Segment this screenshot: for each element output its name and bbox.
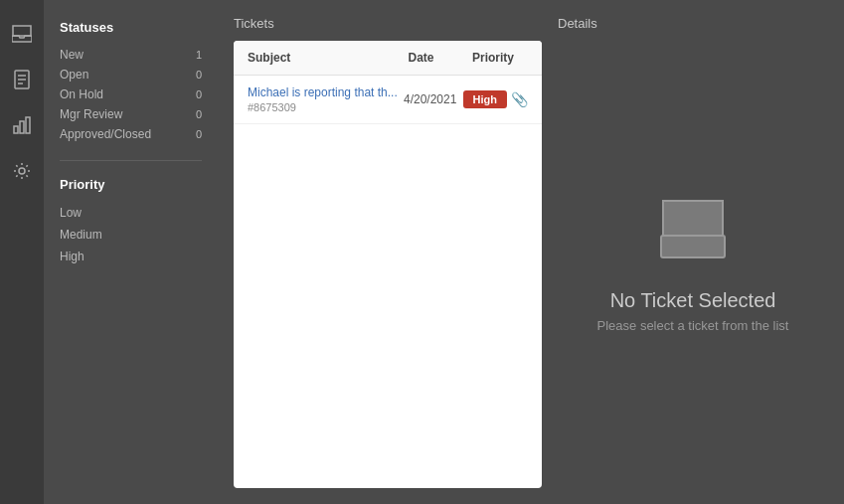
- sidebar-item-on-hold[interactable]: On Hold 0: [60, 84, 202, 104]
- sidebar-item-count: 0: [196, 108, 202, 120]
- attachment-icon: 📎: [511, 91, 528, 107]
- inbox-icon[interactable]: [8, 20, 36, 48]
- sidebar-item-count: 1: [196, 49, 202, 61]
- sidebar-item-label: On Hold: [60, 87, 103, 101]
- sidebar-priority-low[interactable]: Low: [60, 202, 202, 224]
- sidebar: Statuses New 1 Open 0 On Hold 0 Mgr Revi…: [44, 0, 218, 504]
- tickets-panel: Tickets Subject Date Priority Michael is…: [234, 16, 542, 488]
- sidebar-item-count: 0: [196, 88, 202, 100]
- statuses-section-title: Statuses: [60, 20, 202, 35]
- details-panel: Details No Ticket Selected Please select…: [558, 16, 828, 488]
- ticket-subject-text: Michael is reporting that th...: [248, 85, 398, 99]
- ticket-priority-wrap: High 📎: [463, 90, 528, 108]
- sidebar-item-label: Approved/Closed: [60, 127, 151, 141]
- svg-rect-5: [14, 126, 18, 133]
- col-subject-header: Subject: [248, 51, 384, 65]
- sidebar-item-label: Open: [60, 68, 88, 82]
- ticket-id: #8675309: [248, 101, 398, 113]
- details-panel-title: Details: [558, 16, 828, 31]
- svg-rect-7: [26, 117, 30, 133]
- col-date-header: Date: [384, 51, 458, 65]
- sidebar-priority-high[interactable]: High: [60, 246, 202, 267]
- sidebar-item-label: Mgr Review: [60, 107, 122, 121]
- priority-badge: High: [463, 90, 507, 108]
- no-ticket-subtitle: Please select a ticket from the list: [597, 318, 789, 333]
- svg-rect-9: [661, 236, 725, 257]
- main-content: Tickets Subject Date Priority Michael is…: [218, 0, 844, 504]
- ticket-subject-wrap: Michael is reporting that th... #8675309: [248, 85, 398, 113]
- icon-bar: [0, 0, 44, 504]
- svg-rect-6: [20, 121, 24, 133]
- sidebar-item-label: New: [60, 48, 84, 62]
- chart-icon[interactable]: [8, 111, 36, 139]
- col-priority-header: Priority: [458, 51, 528, 65]
- details-content: No Ticket Selected Please select a ticke…: [558, 41, 828, 488]
- tickets-header: Subject Date Priority: [234, 41, 542, 76]
- ticket-date: 4/20/2021: [398, 92, 463, 106]
- no-ticket-title: No Ticket Selected: [610, 289, 776, 312]
- sidebar-item-mgr-review[interactable]: Mgr Review 0: [60, 104, 202, 124]
- sidebar-divider: [60, 160, 202, 161]
- tickets-table: Subject Date Priority Michael is reporti…: [234, 41, 542, 488]
- ticket-row[interactable]: Michael is reporting that th... #8675309…: [234, 76, 542, 124]
- sidebar-item-approved-closed[interactable]: Approved/Closed 0: [60, 124, 202, 144]
- sidebar-item-count: 0: [196, 128, 202, 140]
- sidebar-item-open[interactable]: Open 0: [60, 65, 202, 84]
- gear-icon[interactable]: [8, 157, 36, 185]
- tickets-panel-title: Tickets: [234, 16, 542, 31]
- priority-section-title: Priority: [60, 177, 202, 192]
- svg-point-8: [19, 168, 25, 174]
- sidebar-item-count: 0: [196, 69, 202, 81]
- document-icon[interactable]: [8, 66, 36, 93]
- sidebar-priority-medium[interactable]: Medium: [60, 224, 202, 246]
- sidebar-item-new[interactable]: New 1: [60, 45, 202, 65]
- svg-rect-0: [12, 36, 32, 42]
- no-ticket-icon: [653, 196, 733, 269]
